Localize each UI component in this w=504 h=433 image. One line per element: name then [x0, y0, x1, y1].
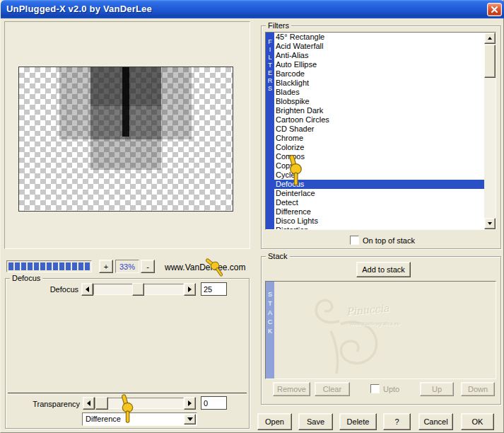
filters-strip: FILTERS	[266, 33, 274, 229]
defocus-slider-label: Defocus	[29, 285, 78, 294]
preview-image[interactable]	[18, 67, 233, 212]
filter-item[interactable]: Acid Waterfall	[274, 42, 484, 51]
website-link[interactable]: www.VanDerLee.com	[165, 262, 246, 272]
transparency-slider-left-button[interactable]	[83, 397, 95, 410]
clear-button[interactable]: Clear	[315, 382, 350, 396]
triangle-right-icon	[188, 400, 192, 406]
stack-strip: STACK	[266, 282, 274, 379]
filters-items: 45° RectangleAcid WaterfallAnti-AliasAut…	[274, 33, 484, 230]
progress-segment	[53, 262, 58, 270]
defocus-value-input[interactable]	[201, 282, 227, 296]
watermark-url: www.maidiragrafica.eu	[350, 321, 399, 326]
filter-item[interactable]: Defocus	[274, 180, 484, 189]
upto-label: Upto	[383, 385, 399, 393]
progress-segment	[15, 262, 20, 270]
progress-segment	[85, 262, 90, 270]
scroll-down-button[interactable]	[484, 218, 496, 229]
scrollbar-thumb[interactable]	[484, 45, 496, 78]
filter-item[interactable]: Cycle	[274, 171, 484, 180]
progress-segment	[40, 262, 45, 270]
add-to-stack-button[interactable]: Add to stack	[356, 262, 411, 277]
ok-button[interactable]: OK	[461, 413, 494, 430]
filter-item[interactable]: CD Shader	[274, 125, 484, 134]
filter-item[interactable]: Disco Lights	[274, 216, 484, 226]
progress-segment	[72, 262, 77, 270]
down-button[interactable]: Down	[461, 382, 495, 396]
window-title: UnPlugged-X v2.0 by VanDerLee	[6, 4, 152, 14]
filter-item[interactable]: Blades	[274, 88, 484, 97]
delete-button[interactable]: Delete	[339, 413, 377, 430]
blend-mode-combobox[interactable]: Difference	[82, 412, 197, 426]
progress-segment	[28, 262, 33, 270]
progress-segment	[66, 262, 71, 270]
zoom-out-button[interactable]: -	[141, 260, 155, 273]
triangle-left-icon	[87, 400, 90, 406]
cancel-button[interactable]: Cancel	[418, 413, 453, 430]
remove-button[interactable]: Remove	[273, 382, 310, 396]
defocus-slider-right-button[interactable]	[184, 283, 196, 296]
progress-segment	[78, 262, 83, 270]
filter-item[interactable]: Chrome	[274, 134, 484, 143]
title-bar[interactable]: UnPlugged-X v2.0 by VanDerLee	[1, 0, 504, 18]
transparency-value-input[interactable]	[201, 396, 227, 410]
preview-shape-stripe	[122, 67, 129, 137]
triangle-left-icon	[86, 287, 89, 292]
on-top-of-stack-checkbox[interactable]	[350, 236, 359, 245]
triangle-right-icon	[188, 287, 192, 292]
progress-segment	[21, 262, 26, 270]
filters-scrollbar[interactable]	[484, 33, 496, 229]
save-button[interactable]: Save	[298, 413, 333, 430]
progress-bar	[6, 260, 92, 272]
filter-item[interactable]: Distortion	[274, 226, 484, 230]
filters-group: Filters FILTERS 45° RectangleAcid Waterf…	[261, 25, 501, 249]
zoom-level: 33%	[115, 260, 139, 273]
progress-segment	[59, 262, 64, 270]
blend-mode-value: Difference	[86, 415, 121, 423]
upto-checkbox[interactable]	[370, 384, 380, 393]
filters-group-label: Filters	[266, 21, 291, 30]
scroll-up-button[interactable]	[484, 33, 496, 44]
triangle-up-icon	[488, 37, 492, 40]
filter-item[interactable]: Compos	[274, 152, 484, 161]
unplugged-x-dialog: UnPlugged-X v2.0 by VanDerLee + 33% - ww…	[0, 0, 504, 433]
triangle-down-icon	[187, 417, 193, 421]
progress-segment	[8, 262, 13, 270]
progress-segment	[34, 262, 39, 270]
filter-item[interactable]: Deinterlace	[274, 189, 484, 198]
filter-item[interactable]: Barcode	[274, 69, 484, 79]
help-button[interactable]: ?	[383, 413, 411, 430]
stack-listbox: STACK Pinuccia www.maidiragrafica.eu	[265, 281, 496, 379]
defocus-group-label: Defocus	[10, 274, 42, 282]
stack-group-label: Stack	[266, 252, 290, 260]
transparency-label: Transparency	[22, 400, 80, 408]
stack-group: Stack Add to stack STACK Pinuccia www.ma…	[261, 256, 501, 405]
filter-item[interactable]: Blobspike	[274, 97, 484, 106]
filter-item[interactable]: Anti-Alias	[274, 51, 484, 60]
defocus-slider-left-button[interactable]	[81, 283, 93, 296]
transparency-slider-right-button[interactable]	[184, 397, 196, 410]
filter-item[interactable]: Detect	[274, 198, 484, 207]
progress-segment	[47, 262, 52, 270]
transparency-slider-thumb[interactable]	[95, 397, 108, 410]
separator-line	[8, 393, 247, 394]
triangle-down-icon	[488, 222, 492, 225]
filters-listbox: FILTERS 45° RectangleAcid WaterfallAnti-…	[265, 32, 496, 230]
close-button[interactable]	[487, 3, 502, 16]
combo-dropdown-button[interactable]	[184, 414, 196, 425]
filter-item[interactable]: Blacklight	[274, 79, 484, 88]
filter-item[interactable]: Cartoon Circles	[274, 115, 484, 125]
filter-item[interactable]: 45° Rectangle	[274, 33, 484, 42]
defocus-slider-thumb[interactable]	[132, 283, 144, 296]
zoom-in-button[interactable]: +	[99, 260, 113, 273]
open-button[interactable]: Open	[257, 413, 292, 430]
filter-item[interactable]: Auto Ellipse	[274, 60, 484, 69]
close-icon	[491, 6, 498, 13]
filter-item[interactable]: Colorize	[274, 143, 484, 152]
up-button[interactable]: Up	[420, 382, 454, 396]
filter-item[interactable]: Copys	[274, 161, 484, 171]
filter-item[interactable]: Difference	[274, 207, 484, 216]
filter-item[interactable]: Brighten Dark	[274, 106, 484, 115]
on-top-of-stack-label: On top of stack	[363, 236, 415, 245]
